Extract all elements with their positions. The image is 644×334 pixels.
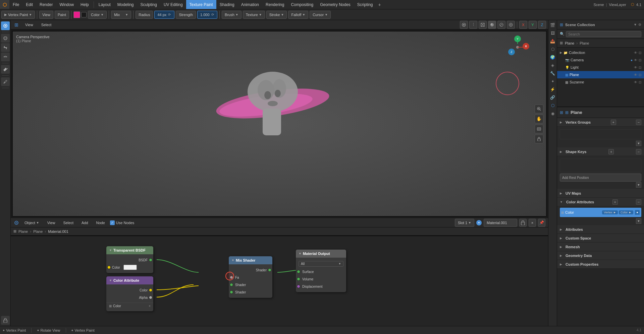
- attributes-header[interactable]: ▶ Attributes: [557, 225, 644, 234]
- workspace-geometry-nodes[interactable]: Geometry Nodes: [317, 0, 354, 9]
- filter-icon[interactable]: ▼: [634, 23, 637, 26]
- color-preview-swatch[interactable]: [123, 265, 137, 270]
- camera-render-icon[interactable]: ⊡: [639, 58, 641, 62]
- gizmo-toggle-btn[interactable]: ⋮: [469, 21, 477, 29]
- viewport-shading-wire-btn[interactable]: [479, 21, 487, 29]
- scene-props-btn[interactable]: 🎬: [549, 21, 556, 29]
- remesh-header[interactable]: ▶ Remesh: [557, 243, 644, 251]
- camera-view-icon[interactable]: 👁: [634, 58, 637, 62]
- average-tool-btn[interactable]: [1, 43, 10, 52]
- particles-props-btn[interactable]: ✦: [549, 78, 556, 85]
- ca-extra-btn[interactable]: ▼: [636, 218, 641, 224]
- plane-view-icon[interactable]: 👁: [634, 73, 637, 77]
- blender-logo[interactable]: ⬡: [0, 0, 9, 9]
- workspace-rendering[interactable]: Rendering: [262, 0, 287, 9]
- brush-dropdown[interactable]: Brush ▼: [222, 11, 241, 19]
- camera-restrict-icon[interactable]: ●: [631, 58, 633, 62]
- workspace-uv-editing[interactable]: UV Editing: [160, 0, 186, 9]
- collection-render-icon[interactable]: ⊡: [639, 51, 641, 55]
- view-layer-props-btn[interactable]: ⬡: [549, 46, 556, 53]
- suzanne-view-icon[interactable]: 👁: [634, 80, 637, 84]
- background-color-swatch[interactable]: [81, 12, 87, 17]
- color-attributes-add-btn[interactable]: +: [612, 199, 618, 205]
- color-input-socket[interactable]: [107, 266, 111, 269]
- cursor-dropdown[interactable]: Cursor ▼: [310, 11, 331, 19]
- shader2-input-socket[interactable]: [230, 290, 233, 294]
- workspace-sculpting[interactable]: Sculpting: [137, 0, 160, 9]
- render-props-btn[interactable]: 🖼: [549, 29, 556, 37]
- outliner-item-suzanne[interactable]: ▦ Suzanne 👁 ⊡: [557, 78, 644, 86]
- suzanne-render-icon[interactable]: ⊡: [639, 80, 641, 84]
- color-attr-close-btn[interactable]: ×: [149, 304, 151, 308]
- vg-extra-btn[interactable]: ▼: [636, 141, 641, 146]
- plane-render-icon[interactable]: ⊡: [639, 73, 641, 77]
- stroke-dropdown[interactable]: Stroke ▼: [266, 11, 287, 19]
- foreground-color-swatch[interactable]: [73, 11, 80, 18]
- camera-view-btn[interactable]: [535, 125, 543, 133]
- color-attribute-item[interactable]: ⊞ Color Vertex ► Color ► ●: [560, 208, 641, 217]
- smear-tool-btn[interactable]: [1, 53, 10, 61]
- shader-view-menu[interactable]: View: [44, 219, 58, 227]
- modifier-props-btn[interactable]: 🔧: [549, 70, 556, 77]
- color-attr-active-indicator[interactable]: ●: [635, 210, 640, 215]
- blend-mode-dropdown[interactable]: Mix ▼: [111, 11, 131, 19]
- mode-selector-btn[interactable]: ▶ Vertex Paint ▼: [1, 11, 35, 19]
- blur-tool-btn[interactable]: [1, 34, 10, 43]
- bsdf-output-socket[interactable]: [149, 258, 152, 262]
- workspace-layout[interactable]: Layout: [95, 0, 114, 9]
- physics-props-btn[interactable]: ⚡: [549, 86, 556, 93]
- lock-icon-btn[interactable]: [1, 316, 10, 325]
- shape-keys-remove-btn[interactable]: −: [636, 149, 641, 154]
- viewport-overlay-btn[interactable]: [460, 21, 468, 29]
- output-props-btn[interactable]: 📤: [549, 38, 556, 45]
- light-view-icon[interactable]: 👁: [634, 66, 637, 69]
- menu-item-edit[interactable]: Edit: [22, 0, 36, 9]
- sk-extra-btn[interactable]: ▼: [636, 182, 641, 188]
- menu-item-window[interactable]: Window: [56, 0, 77, 9]
- vertex-groups-remove-btn[interactable]: −: [636, 120, 641, 125]
- radius-value-field[interactable]: 44 px ⟳: [154, 11, 174, 19]
- material-output-node[interactable]: ▼ Material Output All ▼: [296, 250, 346, 292]
- outliner-item-light[interactable]: 💡 Light 👁 ⊡: [557, 64, 644, 71]
- texture-dropdown[interactable]: Texture ▼: [243, 11, 265, 19]
- custom-properties-header[interactable]: ▶ Custom Properties: [557, 260, 644, 269]
- custom-space-header[interactable]: ▶ Custom Space: [557, 234, 644, 243]
- shader1-input-socket[interactable]: [230, 283, 233, 286]
- add-workspace-button[interactable]: +: [376, 1, 383, 8]
- workspace-scripting[interactable]: Scripting: [354, 0, 376, 9]
- color-picker-tool-btn[interactable]: [1, 65, 10, 74]
- viewport-shading-solid-btn[interactable]: [488, 21, 496, 29]
- uv-maps-header[interactable]: ▶ UV Maps: [557, 189, 644, 198]
- surface-input-socket[interactable]: [297, 270, 300, 273]
- nav-z-btn[interactable]: Z: [508, 49, 515, 55]
- shader-editor-icon[interactable]: [13, 219, 19, 227]
- scene-world-props-btn[interactable]: 🌍: [549, 54, 556, 61]
- strength-value-field[interactable]: 1.000 ⟳: [197, 11, 217, 19]
- shader-object-menu[interactable]: Object ▼: [21, 219, 42, 227]
- node-editor-canvas[interactable]: ▼ Transparent BSDF BSDF Color: [11, 236, 548, 317]
- collection-view-icon[interactable]: 👁: [634, 51, 637, 55]
- paint-menu-btn[interactable]: Paint: [55, 11, 69, 19]
- viewport-header-icon[interactable]: ⊞: [13, 21, 20, 29]
- 3d-viewport[interactable]: Camera Perspective (1) Plane: [12, 31, 547, 217]
- color-attr-output-socket[interactable]: [149, 288, 152, 292]
- menu-item-file[interactable]: File: [9, 0, 22, 9]
- displacement-input-socket[interactable]: [297, 285, 300, 288]
- volume-input-socket[interactable]: [297, 277, 300, 281]
- view-menu-btn[interactable]: View: [39, 11, 53, 19]
- workspace-compositing[interactable]: Compositing: [287, 0, 317, 9]
- light-render-icon[interactable]: ⊡: [639, 66, 641, 69]
- menu-item-help[interactable]: Help: [77, 0, 92, 9]
- viewport-shading-render-btn[interactable]: [507, 21, 515, 29]
- vertex-groups-header[interactable]: ▶ Vertex Groups + −: [557, 118, 644, 127]
- material-props-btn[interactable]: ◉: [549, 110, 556, 117]
- draw-tool-btn[interactable]: [1, 21, 10, 30]
- vertex-groups-add-btn[interactable]: +: [611, 120, 616, 125]
- color-attribute-node[interactable]: ▼ Color Attribute Color Alpha: [106, 276, 153, 311]
- transparent-bsdf-node[interactable]: ▼ Transparent BSDF BSDF Color: [106, 246, 153, 273]
- add-rest-position-btn[interactable]: Add Rest Position: [560, 174, 641, 182]
- view-dropdown-btn[interactable]: View: [22, 21, 36, 29]
- annotate-tool-btn[interactable]: [1, 77, 10, 86]
- fac-input-socket[interactable]: [230, 276, 233, 279]
- shader-editor-canvas[interactable]: ▼ Transparent BSDF BSDF Color: [11, 236, 548, 326]
